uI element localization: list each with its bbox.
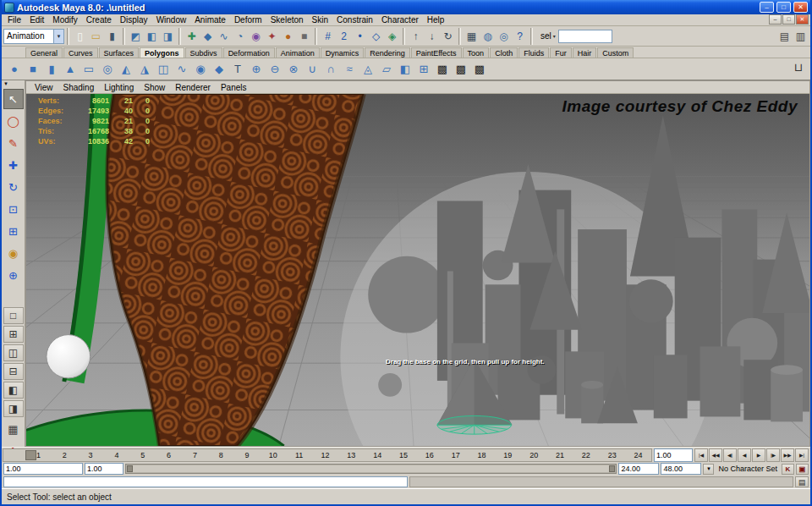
select-miscellaneous-icon[interactable]: ■	[296, 28, 312, 45]
checker-map-icon[interactable]: ▩	[452, 60, 470, 79]
frame-tick[interactable]: 3	[78, 451, 104, 459]
frame-tick[interactable]: 12	[312, 451, 338, 459]
frame-tick[interactable]: 9	[234, 451, 261, 459]
range-track[interactable]	[125, 464, 617, 474]
play-forwards-button[interactable]: ▶	[752, 448, 765, 462]
poly-platonic-icon[interactable]: ◆	[210, 60, 228, 79]
poly-sphere-icon[interactable]: ●	[5, 60, 24, 79]
frame-tick[interactable]: 17	[442, 451, 469, 459]
poly-cube-icon[interactable]: ■	[24, 60, 42, 79]
panel-menu-item[interactable]: Show	[139, 83, 170, 92]
select-rendering-icon[interactable]: ●	[280, 28, 296, 45]
construction-history-icon[interactable]: ↻	[440, 28, 456, 45]
frame-tick[interactable]: 14	[365, 451, 391, 459]
snap-to-curves-icon[interactable]: 2	[336, 28, 352, 45]
poly-cylinder-icon[interactable]: ▮	[42, 60, 61, 79]
menu-item[interactable]: Display	[116, 15, 152, 25]
panel-menu-item[interactable]: Panels	[216, 83, 252, 92]
snap-align-tool-icon[interactable]: ▦	[3, 419, 24, 439]
frame-tick[interactable]: 23	[599, 451, 625, 459]
poly-helix-icon[interactable]: ∿	[173, 60, 191, 79]
shelf-tab[interactable]: Deformation	[223, 47, 275, 58]
ipr-render-icon[interactable]: ◎	[496, 28, 512, 45]
snap-to-grids-icon[interactable]: #	[320, 28, 336, 45]
range-start-handle[interactable]	[127, 465, 133, 472]
poly-text-icon[interactable]: T	[228, 60, 247, 79]
frame-tick[interactable]: 6	[156, 451, 182, 459]
menu-item[interactable]: Skin	[308, 15, 332, 25]
mdi-close-button[interactable]: ✕	[796, 14, 809, 25]
select-object-icon[interactable]: ◧	[144, 28, 160, 45]
current-frame-indicator[interactable]	[25, 450, 36, 460]
close-button[interactable]: ✕	[793, 2, 808, 13]
shelf-menu-arrow-icon[interactable]: ▼	[2, 80, 25, 88]
triangulate-icon[interactable]: ◬	[359, 60, 377, 79]
shelf-tab[interactable]: Toon	[463, 47, 490, 58]
select-tool[interactable]: ↖	[3, 89, 24, 109]
mdi-minimize-button[interactable]: –	[769, 14, 782, 25]
select-component-icon[interactable]: ◨	[160, 28, 176, 45]
poly-torus-icon[interactable]: ◎	[98, 60, 117, 79]
poly-pipe-icon[interactable]: ◫	[154, 60, 173, 79]
script-editor-icon[interactable]: ▤	[795, 476, 809, 487]
frame-tick[interactable]: 22	[573, 451, 599, 459]
hide-ui-elements-icon[interactable]: ▥	[793, 28, 809, 45]
mirror-geometry-icon[interactable]: ◧	[396, 60, 414, 79]
go-to-end-button[interactable]: ▶|	[795, 448, 809, 462]
rotate-tool[interactable]: ↻	[3, 177, 24, 197]
quadrangulate-icon[interactable]: ▱	[377, 60, 396, 79]
paint-select-tool[interactable]: ✎	[3, 133, 24, 153]
select-dynamics-icon[interactable]: ✦	[264, 28, 280, 45]
go-to-start-button[interactable]: |◀	[694, 448, 708, 462]
select-handles-icon[interactable]: ✚	[184, 28, 200, 45]
maximize-button[interactable]: □	[776, 2, 791, 13]
shelf-tab[interactable]: Hair	[573, 47, 597, 58]
viewport-canvas[interactable]	[26, 94, 809, 446]
universal-manipulator-tool[interactable]: ⊞	[3, 221, 24, 241]
make-live-icon[interactable]: ◈	[384, 28, 400, 45]
bevel-icon[interactable]: ⊞	[414, 60, 433, 79]
animation-preferences-button[interactable]: ▣	[796, 464, 809, 475]
shelf-tab[interactable]: Fluids	[518, 47, 549, 58]
poly-cone-icon[interactable]: ▲	[61, 60, 80, 79]
snap-to-planes-icon[interactable]: ◇	[368, 28, 384, 45]
render-settings-icon[interactable]: ?	[512, 28, 528, 45]
layout-four-pane-button[interactable]: ⊞	[3, 326, 24, 343]
shelf-tab[interactable]: Fur	[550, 47, 572, 58]
menu-item[interactable]: Constrain	[332, 15, 377, 25]
frame-tick[interactable]: 7	[182, 451, 208, 459]
show-manipulator-tool[interactable]: ⊕	[3, 265, 24, 285]
menu-item[interactable]: Skeleton	[266, 15, 308, 25]
titlebar[interactable]: Autodesk Maya 8.0: .\untitled – □ ✕	[2, 0, 810, 14]
layout-outliner-persp-button[interactable]: ◧	[3, 382, 24, 399]
command-input[interactable]	[3, 476, 408, 487]
shelf-tab[interactable]: Dynamics	[321, 47, 365, 58]
step-forward-frame-button[interactable]: ▶▶	[781, 448, 794, 462]
lasso-select-tool[interactable]: ◯	[3, 111, 24, 131]
separate-icon[interactable]: ⊖	[266, 60, 284, 79]
range-end-handle[interactable]	[609, 465, 615, 472]
playback-start-field[interactable]	[85, 463, 123, 475]
menu-item[interactable]: Help	[423, 15, 449, 25]
open-scene-icon[interactable]: ▭	[88, 28, 104, 45]
quick-select-input[interactable]	[558, 30, 612, 43]
step-forward-key-button[interactable]: |▶	[766, 448, 780, 462]
menu-item[interactable]: Character	[377, 15, 423, 25]
auto-keyframe-toggle[interactable]: K	[782, 464, 794, 475]
input-operations-icon[interactable]: ↑	[408, 28, 424, 45]
menu-item[interactable]: Edit	[25, 15, 48, 25]
snap-to-points-icon[interactable]: •	[352, 28, 368, 45]
menu-item[interactable]: File	[3, 15, 25, 25]
menu-item[interactable]: Animate	[190, 15, 230, 25]
new-scene-icon[interactable]: ▯	[72, 28, 88, 45]
chevron-down-icon[interactable]: ▾	[553, 33, 556, 39]
smooth-icon[interactable]: ≈	[340, 60, 359, 79]
frame-tick[interactable]: 13	[338, 451, 365, 459]
layout-single-pane-button[interactable]: □	[3, 307, 24, 324]
extract-icon[interactable]: ⊗	[284, 60, 303, 79]
playback-end-field[interactable]	[618, 463, 659, 475]
layout-persp-graph-button[interactable]: ◨	[3, 400, 24, 417]
poly-plane-icon[interactable]: ▭	[80, 60, 98, 79]
checker-map-icon[interactable]: ▩	[470, 60, 489, 79]
animation-end-field[interactable]	[661, 463, 701, 475]
